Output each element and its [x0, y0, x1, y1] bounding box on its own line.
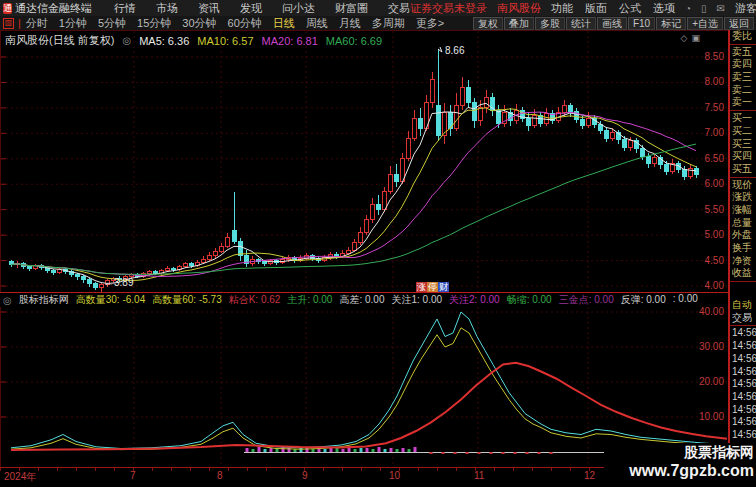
quote-row-净资[interactable]: 净资: [730, 255, 756, 268]
diamond-icon[interactable]: ◇: [681, 33, 688, 43]
site-watermark: 股票指标网 www.7gpzb.com: [604, 443, 756, 487]
period-tab-60分钟[interactable]: 60分钟: [228, 16, 262, 31]
price-tick: 4.00: [684, 280, 724, 291]
menu-right: 证券交易未登录 南风股份 功能版面公式选项 ◔ ▯ ✉ 游客: [410, 1, 756, 16]
quote-row-涨跌[interactable]: 涨跌: [730, 191, 756, 204]
guest-label[interactable]: 游客: [735, 1, 756, 16]
mail-icon[interactable]: ✉: [717, 3, 725, 14]
device-icon[interactable]: ▯: [701, 3, 707, 14]
tick-trade-time: 14:56: [730, 327, 756, 340]
period-tab-更多>[interactable]: 更多>: [416, 16, 444, 31]
menu-item-财富圈[interactable]: 财富圈: [335, 1, 368, 16]
indicator-field: 畅缩: 0.00: [507, 293, 552, 307]
current-stock-name[interactable]: 南风股份: [497, 1, 541, 16]
chart-settings-icon[interactable]: ◎: [122, 35, 131, 46]
month-label-7: 7: [130, 470, 136, 481]
high-price-annotation: 8.66: [445, 45, 464, 56]
indicator-field: 反弹: 0.00: [621, 293, 666, 307]
menu-item-交易[interactable]: 交易: [388, 1, 410, 16]
quote-row-买五[interactable]: 买五: [730, 163, 756, 176]
quote-row-卖四[interactable]: 卖四: [730, 58, 756, 71]
tick-trade-time: 14:56: [730, 391, 756, 404]
quote-row-现价[interactable]: 现价: [730, 179, 756, 192]
price-tick: 8.00: [684, 76, 724, 87]
quote-action-自动[interactable]: 自动: [730, 299, 756, 312]
toolbar-buttons: 复权叠加多股统计画线F10标记+自选返回: [472, 17, 756, 30]
indicator-field: 高差: 0.00: [339, 293, 384, 307]
price-tick: 6.50: [684, 153, 724, 164]
menu-item-行情[interactable]: 行情: [114, 1, 136, 16]
main-chart-panel[interactable]: 南风股份(日线 前复权) ◎ MA5: 6.36MA10: 6.57MA20: …: [0, 30, 728, 292]
period-tab-15分钟[interactable]: 15分钟: [137, 16, 171, 31]
indicator-field: 粘合K: 0.62: [229, 293, 281, 307]
month-label-10: 10: [389, 470, 400, 481]
window-icon[interactable]: ▣: [691, 33, 700, 43]
period-tab-30分钟[interactable]: 30分钟: [182, 16, 216, 31]
toolbar-button-复权[interactable]: 复权: [473, 17, 503, 30]
quote-row-卖一[interactable]: 卖一: [730, 96, 756, 109]
indicator-tick: 40.00: [684, 306, 724, 317]
indicator-field: 高数量30: -6.04: [76, 293, 145, 307]
quote-row-外盘[interactable]: 外盘: [730, 229, 756, 242]
menu-item-功能[interactable]: 功能: [551, 1, 573, 16]
indicator-tick: 10.00: [684, 411, 724, 422]
period-tab-5分钟[interactable]: 5分钟: [98, 16, 126, 31]
toolbar-button-叠加[interactable]: 叠加: [504, 17, 534, 30]
menu-right-items: 功能版面公式选项: [551, 1, 675, 16]
toolbar-button-返回[interactable]: 返回: [724, 17, 754, 30]
quote-row-收益[interactable]: 收益: [730, 267, 756, 280]
period-tab-分时[interactable]: 分时: [26, 16, 48, 31]
toolbar-button-统计[interactable]: 统计: [566, 17, 596, 30]
quote-strip[interactable]: 委比卖五卖四卖三卖二卖一买一买二买三买四买五现价涨跌涨幅总量外盘换手净资收益自动…: [728, 30, 756, 487]
low-price-annotation: ←3.89: [104, 277, 133, 288]
menu-item-公式[interactable]: 公式: [619, 1, 641, 16]
quote-row-卖三[interactable]: 卖三: [730, 71, 756, 84]
quote-row-买三[interactable]: 买三: [730, 138, 756, 151]
toolbar-button-画线[interactable]: 画线: [597, 17, 627, 30]
period-tab-日线[interactable]: 日线: [273, 16, 295, 31]
menu-item-选项[interactable]: 选项: [653, 1, 675, 16]
quote-row-买一[interactable]: 买一: [730, 112, 756, 125]
indicator-field: 关注1: 0.00: [391, 293, 442, 307]
month-label-12: 12: [584, 470, 595, 481]
app-logo-icon[interactable]: 通: [3, 3, 12, 14]
quote-row-卖五[interactable]: 卖五: [730, 46, 756, 59]
indicator-tick: 20.00: [684, 376, 724, 387]
quote-row-委比[interactable]: 委比: [730, 30, 756, 43]
ma-value: MA10: 6.57: [197, 35, 253, 47]
menu-item-版面[interactable]: 版面: [585, 1, 607, 16]
layout-icon[interactable]: ▥: [3, 18, 14, 29]
watermark-name: 股票指标网: [604, 443, 754, 461]
period-tab-1分钟[interactable]: 1分钟: [59, 16, 87, 31]
menu-item-发现[interactable]: 发现: [240, 1, 262, 16]
toolbar-button-标记[interactable]: 标记: [656, 17, 686, 30]
period-tab-周线[interactable]: 周线: [306, 16, 328, 31]
quote-row-卖二[interactable]: 卖二: [730, 84, 756, 97]
menu-item-市场[interactable]: 市场: [156, 1, 178, 16]
indicator-settings-icon[interactable]: ◎: [3, 295, 12, 306]
tick-trade-time: 14:56: [730, 353, 756, 366]
quote-row-买二[interactable]: 买二: [730, 125, 756, 138]
period-tabs: 分时1分钟5分钟15分钟30分钟60分钟日线周线月线多周期更多>: [26, 16, 444, 31]
price-tick: 8.50: [684, 51, 724, 62]
trade-login-status[interactable]: 证券交易未登录: [410, 1, 487, 16]
quote-action-交易[interactable]: 交易: [730, 312, 756, 325]
toolbar-button-多股[interactable]: 多股: [535, 17, 565, 30]
menu-item-问小达[interactable]: 问小达: [282, 1, 315, 16]
tick-trade-time: 14:56: [730, 429, 756, 442]
quote-row-总量[interactable]: 总量: [730, 217, 756, 230]
period-tab-月线[interactable]: 月线: [339, 16, 361, 31]
price-tick: 5.50: [684, 204, 724, 215]
toolbar-button-+自选[interactable]: +自选: [687, 17, 723, 30]
top-menu-bar: 通 通达信金融终端 行情市场资讯发现问小达财富圈交易 证券交易未登录 南风股份 …: [0, 0, 756, 16]
menu-item-资讯[interactable]: 资讯: [198, 1, 220, 16]
price-tick: 7.00: [684, 127, 724, 138]
toolbar-button-F10[interactable]: F10: [628, 17, 655, 30]
period-tab-多周期[interactable]: 多周期: [372, 16, 405, 31]
quote-row-换手[interactable]: 换手: [730, 242, 756, 255]
ma-value: MA20: 6.81: [262, 35, 318, 47]
candlestick-chart[interactable]: [1, 31, 729, 293]
quote-row-涨幅[interactable]: 涨幅: [730, 204, 756, 217]
headset-icon[interactable]: ◔: [685, 3, 691, 14]
quote-row-买四[interactable]: 买四: [730, 150, 756, 163]
